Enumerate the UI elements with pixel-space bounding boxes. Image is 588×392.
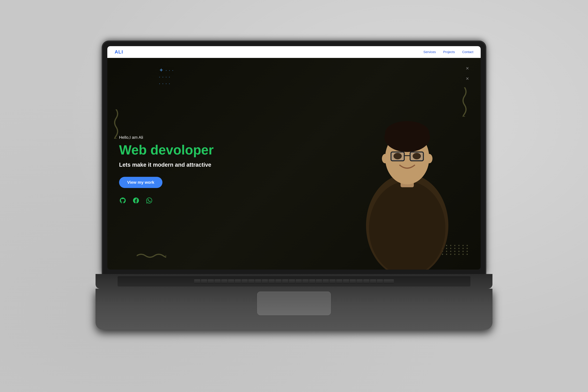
svg-point-11 (394, 153, 402, 159)
key (343, 279, 349, 284)
facebook-icon[interactable] (132, 197, 140, 204)
github-icon[interactable] (119, 197, 126, 204)
whatsapp-icon[interactable] (146, 197, 153, 204)
deco-x2: × (466, 76, 469, 82)
svg-point-14 (426, 154, 432, 163)
laptop-screen: ALI Services Projects Contact ✦ · · ·· ·… (107, 46, 481, 270)
key (221, 279, 228, 284)
laptop-keyboard-base (96, 274, 492, 289)
key (228, 279, 234, 284)
svg-point-12 (413, 153, 421, 159)
nav-links: Services Projects Contact (423, 50, 473, 54)
key (268, 279, 275, 284)
laptop-base-bottom (96, 289, 492, 330)
key (282, 279, 288, 284)
trackpad[interactable] (257, 292, 331, 315)
svg-point-5 (385, 121, 429, 145)
deco-x1: × (466, 65, 469, 72)
key (255, 279, 261, 284)
hero-title: Web devoloper (119, 143, 214, 157)
laptop-lid: ALI Services Projects Contact ✦ · · ·· ·… (103, 42, 485, 274)
key (194, 279, 200, 284)
key (370, 279, 376, 284)
nav-link-services[interactable]: Services (423, 50, 436, 54)
hero-greeting: Hello,I am Ali (119, 135, 214, 140)
key (214, 279, 221, 284)
key (363, 279, 370, 284)
key (296, 279, 302, 284)
key (356, 279, 363, 284)
hero-section: ✦ · · ·· · · ·· · · · × × (107, 58, 481, 270)
navbar: ALI Services Projects Contact (107, 46, 481, 58)
key (275, 279, 282, 284)
laptop-mockup: ALI Services Projects Contact ✦ · · ·· ·… (96, 42, 492, 350)
hero-content: Hello,I am Ali Web devoloper Lets make i… (107, 123, 214, 204)
svg-point-13 (382, 154, 388, 163)
social-links (119, 197, 214, 204)
deco-star: ✦ · · ·· · · ·· · · · (159, 67, 174, 87)
key (248, 279, 254, 284)
view-work-button[interactable]: View my work (119, 177, 162, 188)
key (377, 279, 383, 284)
hero-person-image (363, 108, 451, 270)
key (208, 279, 214, 284)
key-backspace (384, 279, 394, 284)
laptop-keyboard (118, 276, 470, 286)
key (309, 279, 315, 284)
squiggle-right (460, 87, 469, 117)
hero-subtitle: Lets make it modern and attractive (119, 162, 214, 168)
key (336, 279, 342, 284)
key (289, 279, 295, 284)
nav-logo: ALI (115, 49, 123, 55)
key (302, 279, 308, 284)
key (262, 279, 268, 284)
nav-link-contact[interactable]: Contact (462, 50, 473, 54)
key (330, 279, 336, 284)
key (323, 279, 329, 284)
key (201, 279, 207, 284)
nav-link-projects[interactable]: Projects (443, 50, 455, 54)
key (235, 279, 241, 284)
key (350, 279, 356, 284)
website: ALI Services Projects Contact ✦ · · ·· ·… (107, 46, 481, 270)
squiggle-bottom (137, 251, 166, 261)
key (242, 279, 248, 284)
key (316, 279, 322, 284)
